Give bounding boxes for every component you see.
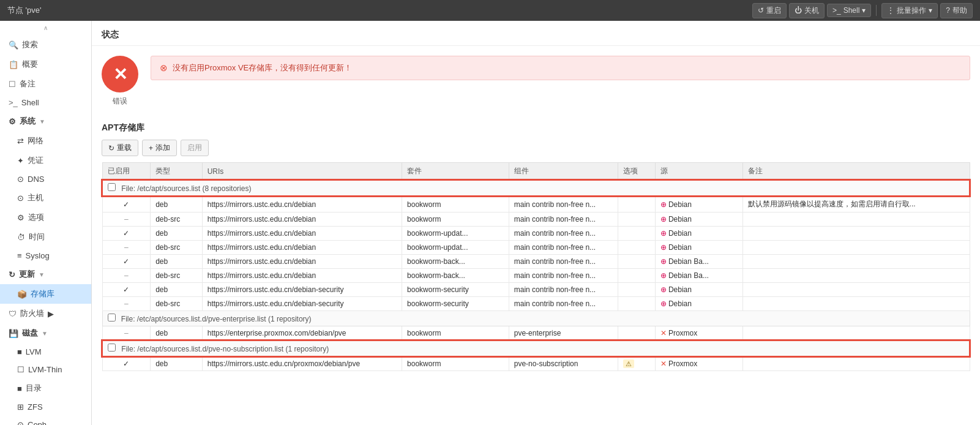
- sidebar-item-repository[interactable]: 📦 存储库: [0, 284, 91, 304]
- system-icon: ⚙: [9, 117, 16, 126]
- sidebar-label-lvm-thin: LVM-Thin: [28, 365, 62, 374]
- sidebar-item-time[interactable]: ⏱ 时间: [0, 227, 91, 247]
- lvm-icon: ■: [17, 347, 22, 356]
- sidebar-item-firewall[interactable]: 🛡 防火墙 ▶: [0, 304, 91, 323]
- warn-badge: ⚠: [623, 359, 634, 368]
- sidebar-label-dns: DNS: [28, 175, 44, 184]
- shell-dropdown-arrow: ▾: [862, 6, 866, 15]
- file-checkbox[interactable]: [108, 314, 116, 322]
- directory-icon: ■: [17, 384, 22, 393]
- host-icon: ⊙: [17, 194, 24, 203]
- sidebar-section-disk[interactable]: 💾 磁盘 ▼: [0, 323, 91, 343]
- syslog-icon: ≡: [17, 251, 22, 260]
- sidebar-item-zfs[interactable]: ⊞ ZFS: [0, 398, 91, 416]
- col-suite: 套件: [402, 163, 509, 181]
- error-icon-wrap: ✕ 错误: [102, 56, 138, 107]
- sidebar-item-lvm[interactable]: ■ LVM: [0, 343, 91, 361]
- table-row[interactable]: –debhttps://enterprise.proxmox.com/debia…: [102, 326, 970, 341]
- sidebar-label-zfs: ZFS: [28, 402, 43, 412]
- sidebar-section-update[interactable]: ↻ 更新 ▼: [0, 265, 91, 284]
- sidebar-label-system: 系统: [20, 116, 36, 127]
- sidebar-label-credentials: 凭证: [28, 155, 43, 166]
- file-checkbox[interactable]: [108, 183, 116, 191]
- proxmox-icon: ✕: [660, 359, 667, 368]
- sidebar-label-syslog: Syslog: [26, 251, 50, 260]
- batch-button[interactable]: ⋮ 批量操作 ▾: [881, 3, 938, 18]
- error-circle: ✕: [102, 56, 138, 92]
- divider: [876, 5, 877, 16]
- debian-icon: ⊕: [660, 215, 667, 224]
- node-label: 节点 'pve': [7, 5, 42, 16]
- file-header-row[interactable]: File: /etc/apt/sources.list.d/pve-no-sub…: [102, 340, 970, 356]
- sidebar-item-host[interactable]: ⊙ 主机: [0, 188, 91, 208]
- sidebar-label-disk: 磁盘: [22, 328, 38, 339]
- file-checkbox[interactable]: [108, 344, 116, 352]
- debian-icon: ⊕: [660, 257, 667, 266]
- sidebar-item-directory[interactable]: ■ 目录: [0, 378, 91, 398]
- alert-message: 没有启用Proxmox VE存储库，没有得到任何更新！: [173, 62, 352, 73]
- search-icon: 🔍: [9, 40, 18, 50]
- dots-icon: ⋮: [887, 6, 894, 15]
- sidebar-item-syslog[interactable]: ≡ Syslog: [0, 247, 91, 265]
- proxmox-icon: ✕: [660, 329, 667, 337]
- table-row[interactable]: –deb-srchttps://mirrors.ustc.edu.cn/debi…: [102, 241, 970, 255]
- sidebar-label-options: 选项: [28, 212, 44, 223]
- sidebar-label-directory: 目录: [26, 383, 42, 394]
- sidebar-collapse-btn[interactable]: ∧: [0, 21, 91, 35]
- add-icon: +: [149, 144, 153, 152]
- restart-icon: ↺: [758, 6, 764, 15]
- update-arrow-icon: ▼: [39, 271, 45, 278]
- sidebar-item-shell[interactable]: >_ Shell: [0, 94, 91, 111]
- sidebar-item-ceph[interactable]: ⊙ Ceph: [0, 416, 91, 425]
- table-row[interactable]: ✓debhttps://mirrors.ustc.edu.cn/proxmox/…: [102, 356, 970, 371]
- file-header-row[interactable]: File: /etc/apt/sources.list (8 repositor…: [102, 180, 970, 196]
- sidebar-item-options[interactable]: ⚙ 选项: [0, 208, 91, 227]
- enable-button[interactable]: 启用: [181, 140, 209, 156]
- time-icon: ⏱: [17, 233, 25, 242]
- shutdown-button[interactable]: ⏻ 关机: [789, 3, 825, 18]
- notes-icon: ☐: [9, 80, 16, 89]
- sidebar-item-notes[interactable]: ☐ 备注: [0, 74, 91, 94]
- help-button[interactable]: ? 帮助: [940, 3, 973, 18]
- table-row[interactable]: –deb-srchttps://mirrors.ustc.edu.cn/debi…: [102, 212, 970, 227]
- shell-icon: >_: [832, 6, 841, 15]
- table-row[interactable]: ✓debhttps://mirrors.ustc.edu.cn/debianbo…: [102, 255, 970, 269]
- credentials-icon: ✦: [17, 156, 24, 165]
- table-row[interactable]: ✓debhttps://mirrors.ustc.edu.cn/debian-s…: [102, 283, 970, 297]
- disk-icon: 💾: [9, 329, 18, 338]
- add-button[interactable]: + 添加: [142, 140, 177, 156]
- content-area: 状态 ✕ 错误 ⊗ 没有启用Proxmox VE存储库，没有得到任何更新！ AP…: [92, 21, 980, 425]
- apt-section: APT存储库 ↻ 重载 + 添加 启用 已启用: [92, 116, 980, 377]
- sidebar-item-lvm-thin[interactable]: ☐ LVM-Thin: [0, 361, 91, 378]
- repository-table: 已启用 类型 URIs 套件 组件 选项 源 备注 File: /etc/apt…: [102, 162, 970, 371]
- sidebar-item-network[interactable]: ⇄ 网络: [0, 131, 91, 151]
- reload-button[interactable]: ↻ 重载: [102, 140, 138, 156]
- table-row[interactable]: ✓debhttps://mirrors.ustc.edu.cn/debianbo…: [102, 196, 970, 212]
- help-icon: ?: [946, 6, 950, 15]
- sidebar-section-system[interactable]: ⚙ 系统 ▼: [0, 111, 91, 131]
- topbar: 节点 'pve' ↺ 重启 ⏻ 关机 >_ Shell ▾ ⋮ 批量操作 ▾ ?…: [0, 0, 980, 21]
- col-options: 选项: [618, 163, 655, 181]
- sidebar-label-update: 更新: [19, 269, 35, 280]
- sidebar-item-search[interactable]: 🔍 搜索: [0, 35, 91, 55]
- zfs-icon: ⊞: [17, 402, 24, 412]
- table-row[interactable]: ✓debhttps://mirrors.ustc.edu.cn/debianbo…: [102, 227, 970, 241]
- main-layout: ∧ 🔍 搜索 📋 概要 ☐ 备注 >_ Shell ⚙ 系统 ▼ ⇄ 网络 ✦ …: [0, 21, 980, 425]
- sidebar: ∧ 🔍 搜索 📋 概要 ☐ 备注 >_ Shell ⚙ 系统 ▼ ⇄ 网络 ✦ …: [0, 21, 92, 425]
- batch-dropdown-arrow: ▾: [929, 6, 932, 15]
- sidebar-item-overview[interactable]: 📋 概要: [0, 55, 91, 74]
- overview-icon: 📋: [9, 60, 18, 69]
- sidebar-label-repository: 存储库: [31, 288, 54, 299]
- power-icon: ⏻: [795, 6, 802, 15]
- table-row[interactable]: –deb-srchttps://mirrors.ustc.edu.cn/debi…: [102, 297, 970, 311]
- table-row[interactable]: –deb-srchttps://mirrors.ustc.edu.cn/debi…: [102, 269, 970, 283]
- sidebar-item-dns[interactable]: ⊙ DNS: [0, 170, 91, 188]
- sidebar-item-credentials[interactable]: ✦ 凭证: [0, 151, 91, 170]
- disk-arrow-icon: ▼: [42, 330, 48, 337]
- restart-button[interactable]: ↺ 重启: [752, 3, 787, 18]
- file-header-row[interactable]: File: /etc/apt/sources.list.d/pve-enterp…: [102, 311, 970, 326]
- table-header-row: 已启用 类型 URIs 套件 组件 选项 源 备注: [102, 163, 970, 181]
- shell-button[interactable]: >_ Shell ▾: [827, 4, 871, 17]
- sidebar-label-ceph: Ceph: [28, 420, 47, 425]
- status-title: 状态: [92, 21, 980, 46]
